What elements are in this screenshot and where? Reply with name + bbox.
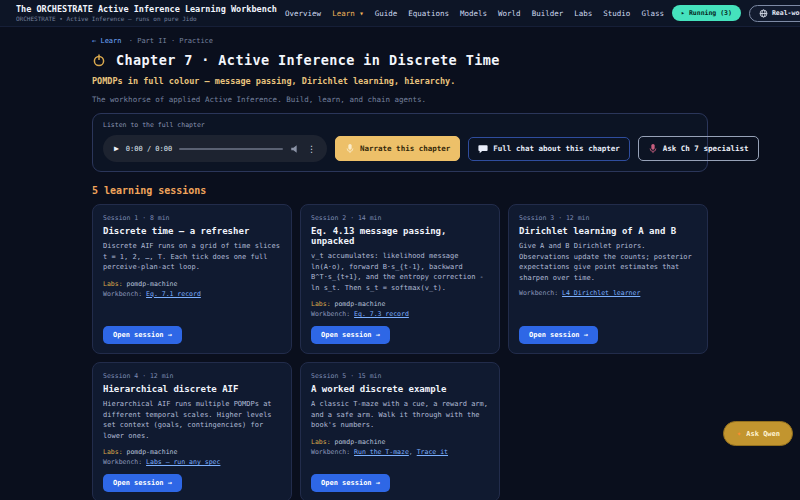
session-card: Session 5 · 15 minA worked discrete exam… [300,362,500,500]
full-chat-button[interactable]: Full chat about this chapter [468,137,629,161]
volume-icon[interactable] [290,144,300,154]
session-description: Give A and B Dirichlet priors. Observati… [519,241,697,283]
running-label: Running (3) [689,9,732,17]
session-card: Session 2 · 14 minEq. 4.13 message passi… [300,204,500,354]
open-session-button[interactable]: Open session → [103,326,182,344]
real-world-label: Real-world [772,9,800,17]
ask-qwen-button[interactable]: ✦ Ask Qwen [723,421,793,446]
session-title: Discrete time — a refresher [103,226,249,236]
session-labs: Labs: pomdp-machine [103,280,177,288]
labs-label: Labs: [103,448,123,456]
breadcrumb-back-link[interactable]: ← Learn [92,37,122,45]
power-icon [92,53,106,67]
running-icon: ▸ [681,9,685,17]
session-description: Discrete AIF runs on a grid of time slic… [103,241,281,273]
nav-item-world[interactable]: World [498,9,521,18]
session-meta: Session 1 · 8 min [103,214,170,222]
session-title: Eq. 4.13 message passing, unpacked [311,226,489,246]
labs-value: pomdp-machine [335,300,386,308]
session-meta: Session 5 · 15 min [311,372,381,380]
workbench-label: Workbench: [519,289,558,297]
globe-icon [759,9,768,18]
labs-value: pomdp-machine [127,448,178,456]
nav-item-models[interactable]: Models [460,9,487,18]
nav-item-builder[interactable]: Builder [532,9,564,18]
chapter-description: The workhorse of applied Active Inferenc… [92,95,708,104]
labs-label: Labs: [103,280,123,288]
session-workbench: Workbench: Eq. 7.1 record [103,290,201,298]
workbench-link[interactable]: L4 Dirichlet learner [562,289,640,297]
session-title: Dirichlet learning of A and B [519,226,676,236]
workbench-link[interactable]: Eq. 7.1 record [146,290,201,298]
workbench-label: Workbench: [311,448,350,456]
workbench-link[interactable]: Trace it [417,448,448,456]
narrate-label: Narrate this chapter [360,144,450,153]
audio-menu-button[interactable]: ⋮ [307,144,316,154]
open-session-button[interactable]: Open session → [103,474,182,492]
nav-item-overview[interactable]: Overview [285,9,321,18]
audio-progress-bar[interactable] [179,148,283,150]
sessions-grid: Session 1 · 8 minDiscrete time — a refre… [92,204,708,500]
ask-specialist-label: Ask Ch 7 specialist [663,144,749,153]
labs-value: pomdp-machine [335,438,386,446]
session-labs: Labs: pomdp-machine [103,448,177,456]
workbench-link[interactable]: Run the T-maze [354,448,409,456]
audio-label: Listen to the full chapter [103,121,697,129]
session-labs: Labs: pomdp-machine [311,438,385,446]
nav-item-equations[interactable]: Equations [408,9,449,18]
audio-time: 0:00 / 0:00 [126,145,172,153]
chat-bubble-icon [478,144,488,154]
workbench-label: Workbench: [103,290,142,298]
nav-item-labs[interactable]: Labs [574,9,592,18]
app-header: The ORCHESTRATE Active Inference Learnin… [0,0,800,27]
app-subtitle: ORCHESTRATE • Active Inference — runs on… [16,15,277,23]
labs-label: Labs: [311,300,331,308]
workbench-label: Workbench: [103,458,142,466]
chapter-header: Chapter 7 · Active Inference in Discrete… [92,52,708,68]
session-workbench: Workbench: Run the T-maze, Trace it [311,448,448,456]
session-labs: Labs: pomdp-machine [311,300,385,308]
session-workbench: Workbench: L4 Dirichlet learner [519,289,640,297]
audio-card: Listen to the full chapter ▶ 0:00 / 0:00… [92,113,708,172]
narrate-chapter-button[interactable]: Narrate this chapter [335,136,460,161]
session-meta: Session 3 · 12 min [519,214,589,222]
app-title: The ORCHESTRATE Active Inference Learnin… [16,4,277,15]
full-chat-label: Full chat about this chapter [493,144,619,153]
ask-qwen-label: Ask Qwen [746,430,780,438]
page-title: Chapter 7 · Active Inference in Discrete… [116,52,500,68]
session-description: A classic T-maze with a cue, a reward ar… [311,399,489,431]
main-content: ← Learn · Part II · Practice Chapter 7 ·… [0,27,800,500]
running-status-button[interactable]: ▸ Running (3) [672,5,741,21]
sparkle-icon: ✦ [736,429,741,438]
real-world-button[interactable]: Real-world [749,5,800,22]
play-button[interactable]: ▶ [114,144,119,153]
nav-item-glass[interactable]: Glass [641,9,664,18]
session-description: v_t accumulates: likelihood message ln(A… [311,251,489,293]
session-card: Session 3 · 12 minDirichlet learning of … [508,204,708,354]
ask-specialist-button[interactable]: Ask Ch 7 specialist [638,136,759,161]
chapter-tagline: POMDPs in full colour — message passing,… [92,76,708,86]
nav-item-studio[interactable]: Studio [603,9,630,18]
session-card: Session 1 · 8 minDiscrete time — a refre… [92,204,292,354]
workbench-link[interactable]: Labs — run any spec [146,458,220,466]
open-session-button[interactable]: Open session → [311,474,390,492]
labs-value: pomdp-machine [127,280,178,288]
workbench-link[interactable]: Eq. 7.3 record [354,310,409,318]
labs-label: Labs: [311,438,331,446]
open-session-button[interactable]: Open session → [519,326,598,344]
breadcrumb-trail: · Part II · Practice [129,37,213,45]
open-session-button[interactable]: Open session → [311,326,390,344]
session-description: Hierarchical AIF runs multiple POMDPs at… [103,399,281,441]
nav-item-guide[interactable]: Guide [375,9,398,18]
session-workbench: Workbench: Labs — run any spec [103,458,220,466]
session-meta: Session 2 · 14 min [311,214,381,222]
session-card: Session 4 · 12 minHierarchical discrete … [92,362,292,500]
session-workbench: Workbench: Eq. 7.3 record [311,310,409,318]
session-title: Hierarchical discrete AIF [103,384,238,394]
sessions-heading: 5 learning sessions [92,185,708,196]
audio-row: ▶ 0:00 / 0:00 ⋮ Narrate this chapter Ful… [103,135,697,162]
audio-player: ▶ 0:00 / 0:00 ⋮ [103,135,327,162]
brand: The ORCHESTRATE Active Inference Learnin… [16,4,277,22]
nav-item-learn[interactable]: Learn ▾ [332,9,364,18]
workbench-label: Workbench: [311,310,350,318]
